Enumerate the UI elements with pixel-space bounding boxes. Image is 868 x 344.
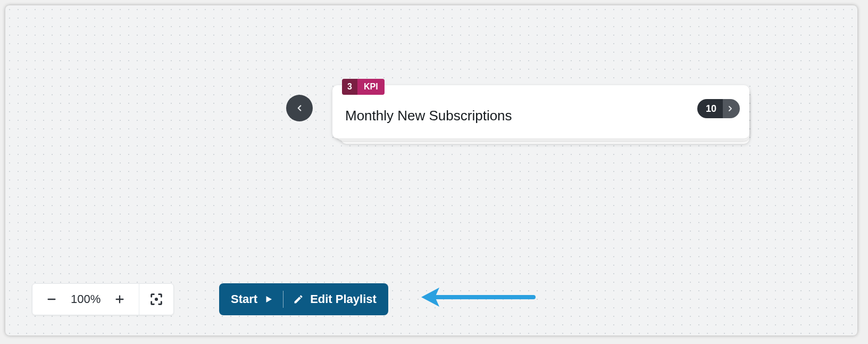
plus-icon (114, 293, 126, 305)
svg-point-3 (155, 298, 158, 301)
start-button[interactable]: Start (231, 292, 273, 306)
center-focus-icon (149, 292, 164, 307)
fit-to-screen-button[interactable] (139, 284, 173, 315)
zoom-controls: 100% (32, 283, 174, 315)
edit-playlist-button[interactable]: Edit Playlist (293, 292, 377, 306)
pencil-icon (293, 294, 304, 305)
dashboard-canvas[interactable]: 3 KPI Monthly New Subscriptions 10 (5, 5, 857, 335)
next-card-button[interactable]: 10 (697, 99, 740, 118)
card-title: Monthly New Subscriptions (345, 108, 512, 124)
card-total-count: 10 (697, 99, 723, 118)
card-type-label: KPI (357, 79, 385, 95)
edit-playlist-label: Edit Playlist (310, 292, 377, 306)
zoom-in-button[interactable] (110, 290, 129, 309)
start-label: Start (231, 292, 257, 306)
play-icon (264, 294, 273, 304)
svg-marker-4 (266, 296, 272, 302)
svg-marker-6 (421, 288, 439, 307)
minus-icon (46, 293, 57, 305)
action-separator (283, 291, 283, 308)
chevron-right-icon (723, 99, 740, 118)
chevron-left-icon (295, 103, 304, 113)
card-type-badge: 3 KPI (342, 79, 385, 95)
prev-card-button[interactable] (286, 95, 313, 121)
zoom-level-label: 100% (69, 292, 103, 306)
playlist-card[interactable]: 3 KPI Monthly New Subscriptions 10 (332, 85, 749, 138)
playlist-card-stack: 3 KPI Monthly New Subscriptions 10 (332, 85, 747, 138)
zoom-out-button[interactable] (42, 290, 61, 309)
card-index-badge: 3 (342, 79, 357, 95)
annotation-arrow-icon (419, 281, 536, 313)
playlist-action-bar: Start Edit Playlist (219, 283, 388, 315)
